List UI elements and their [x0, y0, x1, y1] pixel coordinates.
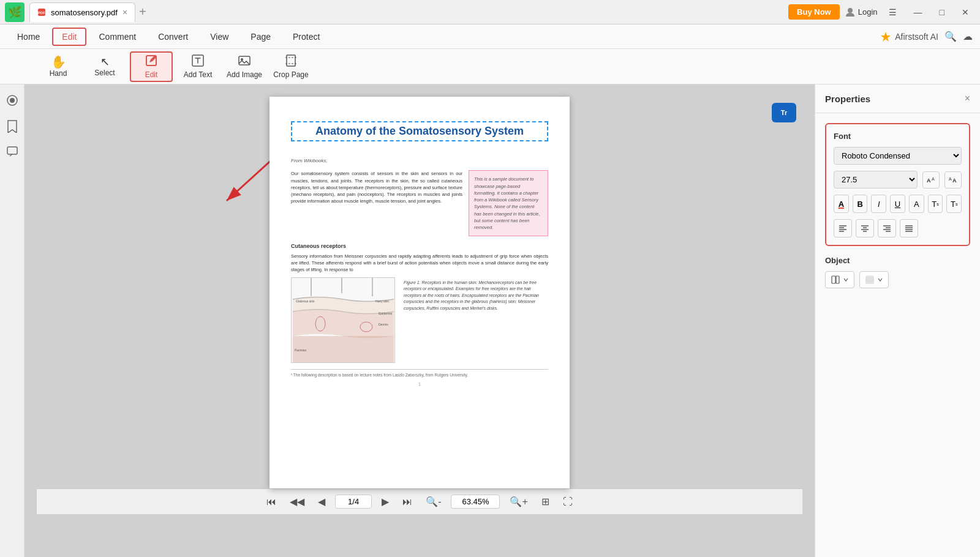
- pdf-icon: PDF: [37, 8, 46, 17]
- align-right-button[interactable]: [878, 219, 896, 237]
- pdf-col-right: This is a sample document to showcase pa…: [469, 170, 548, 236]
- tab-close-btn[interactable]: ×: [123, 7, 127, 17]
- object-align-select[interactable]: [825, 271, 854, 288]
- svg-rect-10: [287, 55, 295, 66]
- properties-content: Font Roboto Condensed Arial Times New Ro…: [815, 113, 980, 298]
- font-size-select[interactable]: 27.5 12 14 16 18 24: [834, 171, 918, 189]
- object-color-select[interactable]: [859, 271, 889, 288]
- crop-icon: [284, 54, 298, 69]
- add-text-button[interactable]: Add Text: [176, 51, 219, 82]
- svg-point-12: [10, 98, 15, 103]
- svg-text:Tr: Tr: [781, 109, 788, 116]
- sidebar-icon-bookmark[interactable]: [2, 116, 22, 136]
- subscript-button[interactable]: Ts: [946, 195, 962, 213]
- svg-rect-51: [832, 276, 835, 283]
- select-tool-button[interactable]: ↖ Select: [83, 51, 126, 82]
- zoom-in-button[interactable]: 🔍+: [506, 493, 531, 510]
- hand-tool-button[interactable]: ✋ Hand: [37, 51, 80, 82]
- ai-icon: [880, 31, 891, 42]
- svg-text:Dermis: Dermis: [379, 323, 388, 326]
- close-window-button[interactable]: ✕: [956, 5, 975, 20]
- pdf-page-number: 1: [291, 381, 548, 387]
- menu-item-view[interactable]: View: [200, 28, 238, 46]
- svg-text:🌿: 🌿: [8, 6, 22, 19]
- menu-bar-right: Afirstsoft AI 🔍 ☁: [880, 31, 973, 42]
- superscript-button[interactable]: Ts: [928, 195, 943, 213]
- zoom-input[interactable]: [451, 495, 500, 509]
- pdf-figure-caption: Figure 1: Receptors in the human skin: M…: [401, 277, 548, 363]
- font-name-select[interactable]: Roboto Condensed Arial Times New Roman: [834, 147, 962, 165]
- menu-item-comment[interactable]: Comment: [89, 28, 146, 46]
- svg-text:Pacinian: Pacinian: [295, 348, 306, 352]
- pdf-from-wikibooks: From Wikibooks,: [291, 157, 548, 164]
- translate-button[interactable]: Tr: [772, 103, 796, 122]
- prev-page-button[interactable]: ◀◀: [286, 493, 308, 510]
- edit-icon: [145, 54, 158, 69]
- crop-page-button[interactable]: Crop Page: [270, 51, 312, 82]
- last-page-button[interactable]: ⏭: [399, 494, 416, 510]
- close-properties-panel[interactable]: ×: [965, 93, 970, 104]
- text-highlight-button[interactable]: A: [909, 195, 924, 213]
- bold-button[interactable]: B: [853, 195, 868, 213]
- edit-tool-button[interactable]: Edit: [130, 51, 173, 82]
- sidebar-icon-comment[interactable]: [2, 142, 22, 162]
- prev-page-single[interactable]: ◀: [314, 493, 329, 510]
- next-page-single[interactable]: ▶: [378, 493, 393, 510]
- buy-now-button[interactable]: Buy Now: [788, 4, 840, 20]
- pdf-section-title: Cutaneous receptors: [291, 242, 548, 250]
- align-justify-button[interactable]: [900, 219, 918, 237]
- font-increase-button[interactable]: AA: [922, 171, 940, 189]
- svg-text:A: A: [932, 177, 935, 181]
- fit-page-button[interactable]: ⊞: [538, 493, 553, 510]
- pdf-title[interactable]: Anatomy of the Somatosensory System: [291, 121, 548, 141]
- svg-marker-5: [881, 32, 891, 42]
- zoom-out-button[interactable]: 🔍-: [422, 493, 445, 510]
- add-image-button[interactable]: Add Image: [223, 51, 266, 82]
- object-section-title: Object: [825, 256, 970, 265]
- left-sidebar: [0, 84, 24, 557]
- app-icon: 🌿: [5, 2, 24, 22]
- menu-item-page[interactable]: Page: [241, 28, 281, 46]
- pdf-figure-image: Hairy skin Glabrous skin Epidermis Dermi…: [291, 277, 395, 363]
- tab-filename: somatosensory.pdf: [51, 8, 118, 17]
- align-left-button[interactable]: [834, 219, 852, 237]
- fullscreen-button[interactable]: ⛶: [559, 494, 576, 510]
- menu-item-protect[interactable]: Protect: [283, 28, 330, 46]
- svg-text:A: A: [949, 177, 952, 181]
- viewer-area: Tr Anatomy of the Somatosensory System F…: [24, 84, 815, 557]
- upload-button[interactable]: ☁: [963, 31, 973, 42]
- align-center-button[interactable]: [856, 219, 874, 237]
- menu-item-home[interactable]: Home: [7, 28, 50, 46]
- search-button[interactable]: 🔍: [944, 31, 957, 42]
- pdf-two-col: Our somatosensory system consists of sen…: [291, 170, 548, 236]
- first-page-button[interactable]: ⏮: [263, 494, 280, 510]
- font-section-title: Font: [834, 132, 962, 141]
- file-tab[interactable]: PDF somatosensory.pdf ×: [29, 2, 135, 22]
- align-left-icon: [838, 223, 848, 233]
- italic-button[interactable]: I: [871, 195, 886, 213]
- title-bar: 🌿 PDF somatosensory.pdf × + Buy Now Logi…: [0, 0, 980, 24]
- menu-item-edit[interactable]: Edit: [52, 28, 86, 46]
- text-color-button[interactable]: A: [834, 195, 849, 213]
- font-section: Font Roboto Condensed Arial Times New Ro…: [825, 123, 970, 246]
- hand-icon: ✋: [51, 56, 66, 68]
- login-button[interactable]: Login: [845, 7, 878, 18]
- maximize-button[interactable]: □: [933, 5, 951, 20]
- add-text-icon: [191, 54, 205, 69]
- pdf-page-container: Anatomy of the Somatosensory System From…: [270, 97, 570, 488]
- svg-rect-52: [836, 276, 839, 283]
- svg-point-4: [848, 8, 853, 13]
- hamburger-menu[interactable]: ☰: [883, 5, 903, 20]
- font-decrease-button[interactable]: AA: [944, 171, 962, 189]
- font-size-row: 27.5 12 14 16 18 24 AA AA: [834, 171, 962, 189]
- pdf-page: Anatomy of the Somatosensory System From…: [270, 97, 570, 488]
- underline-button[interactable]: U: [890, 195, 905, 213]
- sidebar-icon-layers[interactable]: [2, 91, 22, 110]
- new-tab-btn[interactable]: +: [135, 5, 150, 19]
- increase-font-icon: AA: [925, 174, 937, 185]
- svg-rect-13: [7, 147, 17, 154]
- svg-text:Glabrous skin: Glabrous skin: [296, 299, 315, 303]
- minimize-button[interactable]: —: [908, 5, 929, 20]
- page-input[interactable]: [335, 495, 372, 509]
- menu-item-convert[interactable]: Convert: [148, 28, 198, 46]
